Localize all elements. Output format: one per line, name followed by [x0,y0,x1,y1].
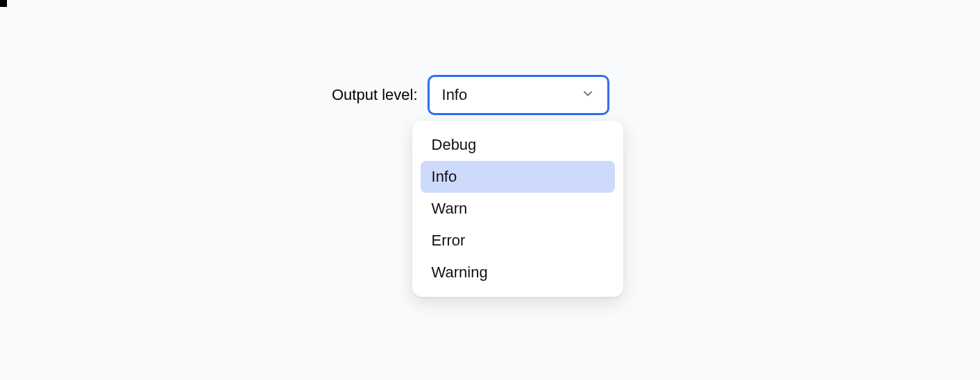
output-level-label: Output level: [332,86,418,104]
output-level-select[interactable]: Info [428,75,609,115]
option-error[interactable]: Error [421,225,615,257]
output-level-field: Output level: Info Debug Info Warn Error… [332,75,609,115]
option-info[interactable]: Info [421,161,615,193]
output-level-selected-value: Info [442,86,468,104]
option-warn[interactable]: Warn [421,193,615,225]
output-level-dropdown: Debug Info Warn Error Warning [412,121,623,297]
corner-marker [0,0,7,7]
option-warning[interactable]: Warning [421,257,615,288]
output-level-select-wrap: Info Debug Info Warn Error Warning [428,75,609,115]
chevron-down-icon [581,87,595,103]
option-debug[interactable]: Debug [421,129,615,161]
